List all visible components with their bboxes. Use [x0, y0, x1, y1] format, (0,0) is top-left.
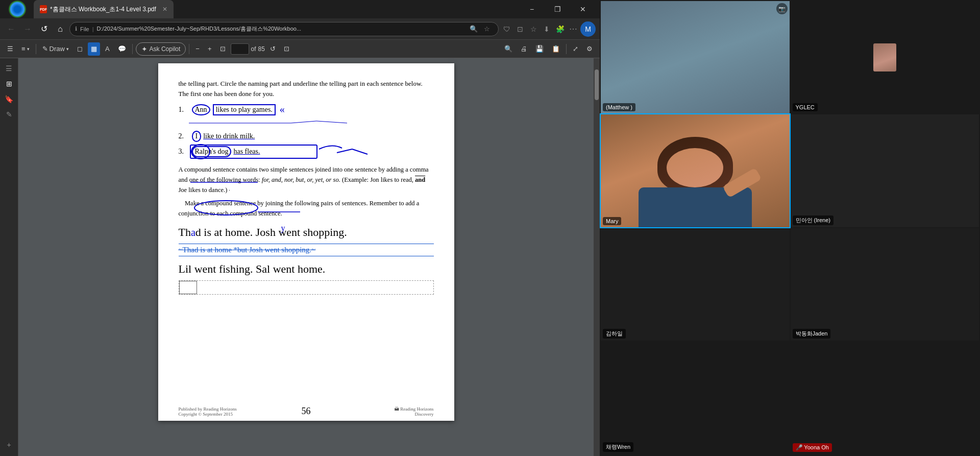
svg-line-9 [316, 121, 347, 123]
sentence-1-ann: Ann [192, 104, 210, 115]
intro-text: the telling part. Circle the naming part… [179, 80, 423, 98]
minimize-button[interactable]: − [520, 0, 544, 18]
tab-list: PDF *홈클래스 Workbook_초1-4 Level 3.pdf ✕ [34, 0, 516, 18]
pdf-file-icon: PDF [40, 5, 47, 13]
page-number-input[interactable]: 66 [231, 43, 249, 55]
next-page-button[interactable]: ⊡ [281, 42, 292, 56]
highlight-button[interactable]: A [102, 42, 113, 56]
save-as-button[interactable]: 📋 [549, 42, 563, 56]
sentence-1-rest: likes to play games. [213, 104, 276, 115]
hw-line-2: Lil went fishing. Sal went home. [179, 261, 434, 277]
refresh-button[interactable]: ↺ [37, 22, 51, 36]
yglec-label: YGLEC [793, 103, 818, 111]
intro-paragraph: the telling part. Circle the naming part… [179, 79, 434, 99]
restore-button[interactable]: ❐ [546, 0, 569, 18]
hw-shopping: shopping. [300, 226, 347, 238]
address-action-icons: 🔍 ☆ [468, 23, 493, 35]
pdf-sidebar: ☰ ⊞ 🔖 ✎ + [0, 58, 18, 456]
favorites-icon[interactable]: ☆ [527, 23, 540, 35]
page-total-label: 85 [258, 45, 265, 53]
yoona-label: 🎤 Yoona Oh [793, 443, 832, 452]
fullscreen-button[interactable]: ⤢ [570, 42, 581, 56]
toc-button[interactable]: ≡ ▾ [18, 42, 33, 56]
main-layout: ☰ ⊞ 🔖 ✎ + the telling part. Circle the n… [0, 58, 600, 456]
active-tab[interactable]: PDF *홈클래스 Workbook_초1-4 Level 3.pdf ✕ [34, 0, 174, 18]
compound-section: A compound sentence contains two simple … [179, 164, 434, 219]
kimhail-label: 김하일 [603, 329, 626, 339]
zoom-in-button[interactable]: + [205, 42, 215, 56]
hw-answer-line-2[interactable] [179, 280, 434, 295]
ask-copilot-button[interactable]: ✦ Ask Copilot [136, 42, 186, 56]
mary-face-feature [667, 148, 723, 187]
next-page-icon: ⊡ [284, 45, 289, 53]
browser-logo [8, 0, 27, 18]
zoom-out-icon: − [195, 45, 200, 53]
sentence-2: 2. I like to drink milk. [179, 131, 434, 142]
sentence-num-2: 2. [179, 132, 190, 140]
matthew-video [601, 1, 790, 113]
extensions-icon[interactable]: 🧩 [554, 23, 566, 35]
pdf-settings-icon: ⚙ [586, 45, 593, 53]
search-pdf-button[interactable]: 🔍 [501, 42, 516, 56]
highlight-icon: A [105, 45, 110, 53]
hw-answer-1: ~Thad is at home *but Josh went shopping… [179, 244, 434, 256]
close-button[interactable]: ✕ [571, 0, 595, 18]
home-button[interactable]: ⌂ [53, 22, 67, 36]
fit-page-button[interactable]: ⊡ [217, 42, 229, 56]
tab-groups-icon[interactable]: ⊡ [514, 23, 526, 35]
scroll-thumb[interactable] [595, 69, 599, 100]
eraser-icon: ◻ [77, 45, 83, 53]
shield-icon[interactable]: 🛡 [501, 23, 513, 35]
sidebar-toggle-button[interactable]: ☰ [4, 42, 16, 56]
svg-line-8 [291, 121, 316, 123]
comment-button[interactable]: 💬 [115, 42, 129, 56]
bookmark-icon[interactable]: ☆ [481, 23, 493, 35]
browser-window: PDF *홈클래스 Workbook_초1-4 Level 3.pdf ✕ − … [0, 0, 600, 456]
sidebar-thumbnails-icon[interactable]: ⊞ [2, 77, 16, 91]
toolbar-divider-4 [566, 44, 567, 54]
sidebar-expand-icon[interactable]: ☰ [2, 61, 16, 76]
draw-button[interactable]: ✎ Draw ▾ [39, 42, 72, 56]
eraser-button[interactable]: ◻ [74, 42, 86, 56]
tab-title: *홈클래스 Workbook_초1-4 Level 3.pdf [50, 5, 156, 14]
print-icon: 🖨 [521, 45, 527, 53]
info-icon: ℹ [75, 26, 77, 32]
pdf-scrollbar[interactable] [594, 58, 600, 456]
tab-close-icon[interactable]: ✕ [162, 6, 167, 13]
fullscreen-icon: ⤢ [573, 45, 578, 53]
sentence-num-3: 3. [179, 148, 190, 156]
address-bar: ← → ↺ ⌂ ℹ File | D:/2024/Summer%20Semest… [0, 18, 600, 40]
draw-icon: ✎ [42, 45, 48, 53]
footer-page-number: 56 [302, 406, 311, 417]
forward-button[interactable]: → [20, 22, 35, 36]
address-input[interactable]: ℹ File | D:/2024/Summer%20Semester-July~… [69, 22, 499, 36]
prev-page-button[interactable]: ↺ [267, 42, 279, 56]
save-pdf-button[interactable]: 💾 [532, 42, 547, 56]
pdf-toolbar: ☰ ≡ ▾ ✎ Draw ▾ ◻ ▦ A 💬 ✦ Ask Copilot [0, 40, 600, 58]
matthew-tile: 📷 (Matthew ) [601, 1, 790, 113]
hw-thad-rest: d is at home. Josh [195, 226, 279, 238]
yglec-face [873, 43, 896, 71]
sidebar-add-icon[interactable]: + [2, 438, 16, 452]
search-icon[interactable]: 🔍 [468, 23, 480, 35]
download-icon[interactable]: ⬇ [541, 23, 553, 35]
jaden-tile: 박동화Jaden [791, 228, 979, 341]
back-button[interactable]: ← [4, 22, 18, 36]
browser-profile-icon[interactable]: M [580, 21, 596, 37]
hw-thad-y: a [191, 227, 195, 238]
ask-copilot-label: Ask Copilot [150, 45, 181, 53]
sidebar-bookmark-icon[interactable]: 🔖 [2, 92, 16, 106]
irene-label: 민아인 (Irene) [793, 215, 834, 225]
sentence-arrow-lines [189, 121, 413, 126]
text-select-button[interactable]: ▦ [88, 42, 100, 56]
toolbar-divider-2 [132, 44, 133, 54]
zoom-out-button[interactable]: − [192, 42, 203, 56]
save-as-icon: 📋 [552, 45, 560, 53]
toolbar-divider-1 [36, 44, 36, 54]
sidebar-highlight-icon[interactable]: ✎ [2, 107, 16, 122]
print-button[interactable]: 🖨 [518, 42, 530, 56]
pdf-settings-button[interactable]: ⚙ [583, 42, 596, 56]
browser-more-icon[interactable]: ⋯ [567, 23, 579, 35]
hw-line-1: Thad is at home. Josh wyent shopping. [179, 225, 434, 241]
prev-page-icon: ↺ [270, 45, 276, 53]
